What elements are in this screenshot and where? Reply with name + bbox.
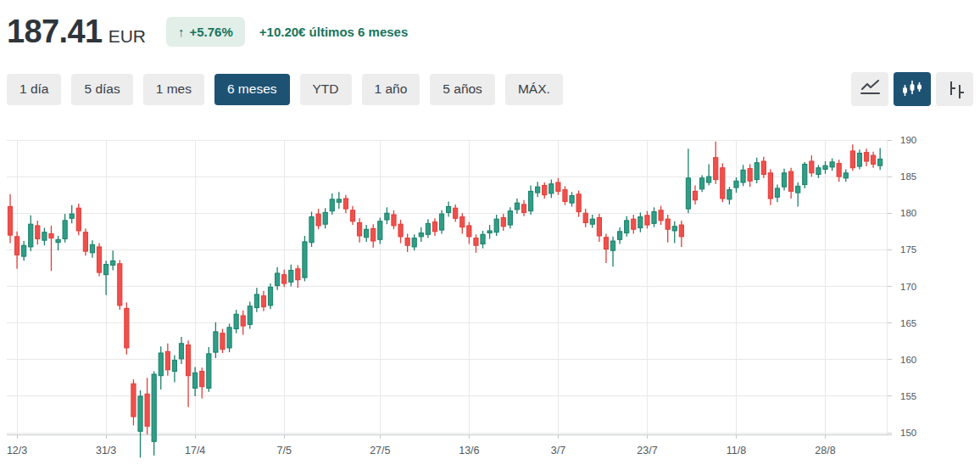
candle <box>309 217 314 243</box>
candle <box>501 217 505 226</box>
x-axis-label: 3/7 <box>551 445 565 457</box>
candle <box>494 219 498 232</box>
candle <box>734 181 738 188</box>
range-button-5-a-os[interactable]: 5 años <box>430 74 495 105</box>
candle <box>241 316 245 326</box>
candle <box>8 206 12 235</box>
candle <box>508 211 512 225</box>
candle <box>803 164 807 184</box>
change-percent-badge: ↑ +5.76% <box>166 17 245 47</box>
candle <box>111 261 115 265</box>
candle <box>70 214 74 218</box>
candle <box>782 173 786 187</box>
candle <box>549 184 554 193</box>
candle <box>261 296 265 307</box>
current-price: 187.41 EUR <box>7 14 146 50</box>
candle <box>56 239 60 242</box>
candle <box>83 232 87 251</box>
ohlc-bars-button[interactable] <box>936 72 973 106</box>
candle <box>543 185 547 194</box>
candle <box>454 208 458 218</box>
candle <box>487 231 492 233</box>
candle <box>652 212 656 224</box>
price-value: 187.41 <box>7 14 103 50</box>
candlestick-chart-button[interactable] <box>894 72 931 106</box>
candle <box>823 165 827 169</box>
candle <box>645 216 649 225</box>
candle <box>789 171 793 191</box>
candle <box>632 219 636 229</box>
candle <box>693 191 697 199</box>
candle <box>439 214 443 230</box>
x-axis-label: 23/7 <box>637 445 657 457</box>
candle <box>426 223 430 234</box>
candle <box>152 374 156 441</box>
y-axis-label: 175 <box>900 244 916 255</box>
line-chart-icon <box>857 78 883 100</box>
x-axis-label: 27/5 <box>370 445 390 457</box>
candle <box>214 332 218 352</box>
candle <box>97 247 101 272</box>
candle <box>638 217 643 228</box>
candle <box>254 294 259 308</box>
up-arrow-icon: ↑ <box>178 25 185 38</box>
candle <box>570 196 574 204</box>
range-button-1-a-o[interactable]: 1 año <box>362 74 420 105</box>
candle <box>365 229 369 237</box>
candle <box>392 215 396 226</box>
currency-label: EUR <box>109 26 146 47</box>
candle <box>412 238 416 247</box>
candlestick-chart[interactable]: 15015516016517017518018519012/331/317/47… <box>0 127 980 465</box>
range-button-1-d-a[interactable]: 1 día <box>7 74 61 105</box>
y-axis-label: 160 <box>900 355 916 365</box>
candle <box>337 199 341 202</box>
candle <box>343 199 348 209</box>
range-button-6-meses[interactable]: 6 meses <box>214 74 290 105</box>
x-axis-label: 31/3 <box>96 445 116 457</box>
candle <box>481 234 485 244</box>
candle <box>714 158 718 180</box>
x-axis-label: 7/5 <box>277 445 292 457</box>
candle <box>303 242 307 277</box>
candle <box>207 354 211 389</box>
candle <box>296 269 300 280</box>
candle <box>447 206 451 212</box>
candle <box>754 163 759 180</box>
candle <box>131 384 136 417</box>
y-axis-label: 190 <box>900 135 916 145</box>
range-button-group: 1 día5 días1 mes6 mesesYTD1 año5 añosMÁX… <box>7 74 563 105</box>
candle <box>521 204 526 212</box>
range-button-1-mes[interactable]: 1 mes <box>143 74 204 105</box>
candle <box>528 191 532 210</box>
candle <box>721 168 725 199</box>
change-percent-value: +5.76% <box>189 25 232 38</box>
range-button-m-x[interactable]: MÁX. <box>505 74 563 105</box>
y-axis-label: 150 <box>900 428 916 438</box>
candle <box>159 353 163 376</box>
range-button-ytd[interactable]: YTD <box>300 74 352 105</box>
candle <box>179 344 183 359</box>
range-button-5-d-as[interactable]: 5 días <box>71 74 132 105</box>
candle <box>679 225 683 237</box>
candle <box>36 226 40 239</box>
candle <box>857 154 861 167</box>
x-axis-label: 28/8 <box>815 445 835 457</box>
candle <box>289 271 293 283</box>
candle <box>699 178 704 189</box>
candle <box>583 213 587 222</box>
candle <box>850 151 855 168</box>
candle <box>268 287 272 305</box>
candle <box>761 161 766 175</box>
candle <box>323 212 327 224</box>
x-axis-label: 13/6 <box>459 445 479 457</box>
candle <box>871 155 875 164</box>
candle <box>727 190 732 199</box>
y-axis-label: 180 <box>900 208 916 218</box>
line-chart-button[interactable] <box>851 72 888 106</box>
candle <box>378 221 382 240</box>
candle <box>474 238 478 246</box>
candle <box>371 228 376 241</box>
y-axis-label: 170 <box>900 282 916 292</box>
candle <box>837 164 841 177</box>
candle <box>432 222 437 232</box>
